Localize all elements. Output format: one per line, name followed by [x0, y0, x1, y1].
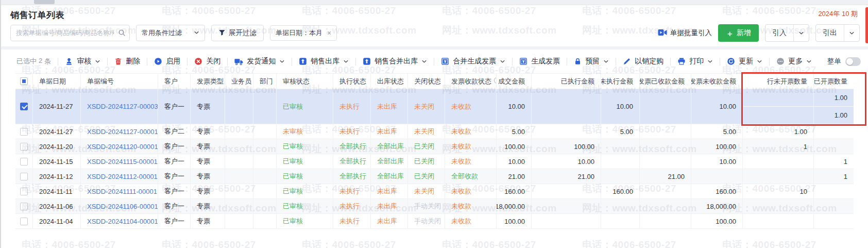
cell-salesman	[225, 89, 253, 124]
column-header-invoice_unreceived_amount: 发票未收款金额	[691, 74, 743, 89]
status-badge: 未出库	[377, 187, 397, 196]
order-doc-link[interactable]: XSDD-20241104-00001	[87, 218, 158, 225]
row-checkbox[interactable]	[20, 203, 28, 210]
table-row[interactable]: 2024-11-20XSDD-20241120-00001客户一专票已审核全部执…	[15, 139, 854, 154]
status-badge: 已审核	[283, 202, 303, 211]
order-doc-link[interactable]: XSDD-20241111-00001	[87, 188, 157, 195]
add-new-button[interactable]: ＋ 新增	[718, 24, 759, 42]
merge-generate-invoice-button[interactable]: ¥合并生成发票	[441, 57, 505, 66]
common-filter-select[interactable]: 常用条件过滤	[136, 25, 205, 41]
cell-invoice_type: 专票	[191, 214, 225, 228]
select-all-checkbox[interactable]	[20, 77, 28, 85]
cell-invoice_received_amount	[640, 124, 691, 139]
cell-deal_amount: 5.00	[497, 124, 532, 139]
enable-button[interactable]: 启用	[154, 57, 180, 66]
edge-red-strip	[865, 7, 868, 43]
update-button[interactable]: 更新	[727, 57, 762, 66]
cell-department	[253, 199, 277, 213]
row-checkbox[interactable]	[20, 103, 28, 110]
table-row[interactable]: 2024-11-27XSDD-20241127-00001客户二专票未审核未执行…	[15, 124, 854, 139]
cell-customer: 客户二	[158, 124, 191, 139]
row-checkbox[interactable]	[20, 158, 28, 166]
status-badge: 已审核	[283, 157, 303, 166]
column-header-label: 单据编号	[87, 77, 114, 86]
row-checkbox[interactable]	[20, 173, 28, 180]
remove-filter-icon[interactable]: ×	[327, 29, 331, 37]
purchase-by-sales-button[interactable]: 以销定购	[623, 57, 663, 66]
status-badge: 未收款	[451, 202, 471, 211]
watermark-phone: 电话：4006-6500-27	[22, 238, 116, 248]
more-button[interactable]: 更多	[776, 57, 812, 66]
print-button-label: 打印	[689, 57, 704, 66]
cell-line_invoiced_qty	[814, 124, 854, 139]
cell-exec_status: 未执行	[333, 199, 371, 213]
status-badge: 未收款	[451, 142, 471, 151]
export-button[interactable]: 引出	[815, 24, 860, 42]
reserve-button-label: 预留	[585, 57, 600, 66]
line-qty-value: 1.00	[814, 89, 854, 107]
watermark-phone: 电话：4006-6500-27	[442, 238, 536, 248]
delivery-notice-button[interactable]: 发货通知	[234, 57, 285, 66]
whole-order-toggle[interactable]	[845, 57, 861, 66]
order-doc-link[interactable]: XSDD-20241120-00001	[87, 143, 158, 151]
row-checkbox[interactable]	[20, 143, 28, 151]
cell-select	[15, 214, 33, 228]
close-button[interactable]: 关闭	[194, 57, 220, 66]
table-row[interactable]: 2024-11-12XSDD-20241112-00001客户一专票已审核全部执…	[15, 169, 854, 184]
cell-salesman	[225, 169, 253, 184]
chevron-down-icon	[806, 59, 812, 64]
cell-invoice_payment_status: 未收款	[445, 214, 497, 228]
chevron-down-icon[interactable]	[844, 25, 859, 41]
table-row[interactable]: 2024-11-11XSDD-20241111-00001客户一专票已审核未执行…	[15, 184, 854, 199]
cell-audit_status: 已审核	[277, 139, 333, 154]
toolbar-separator	[227, 58, 228, 65]
status-badge: 已关闭	[414, 142, 434, 151]
column-header-doc_no: 单据编号	[81, 74, 158, 89]
generate-invoice-button[interactable]: ¥生成发票	[519, 57, 560, 66]
filter-bar: 常用条件过滤 展开过滤 单据日期：本月 × 单据批量引入 ＋ 新增 引入 引出	[1, 24, 868, 42]
cell-invoice_unreceived_amount	[691, 169, 743, 184]
cell-audit_status: 已审核	[277, 184, 333, 199]
cell-audit_status: 已审核	[277, 154, 333, 169]
cell-salesman	[225, 184, 253, 199]
sales-merge-outbound-button[interactable]: 销售合并出库	[363, 57, 427, 66]
batch-import-button[interactable]: 单据批量引入	[658, 28, 712, 38]
table-row[interactable]: 2024-11-15XSDD-20241115-00001客户一专票已审核全部执…	[15, 154, 854, 169]
delete-button[interactable]: 删除	[114, 57, 140, 66]
line-qty-value	[743, 107, 813, 124]
column-header-label: 行未开票数量	[767, 77, 807, 86]
search-input[interactable]	[10, 25, 130, 41]
sales-outbound-button[interactable]: 销售出库	[299, 57, 349, 66]
toolbar-separator	[720, 58, 720, 65]
cell-exec_status: 全部执行	[333, 169, 371, 184]
row-checkbox[interactable]	[20, 218, 28, 225]
reserve-button[interactable]: 预留	[574, 57, 609, 66]
table-row[interactable]: 2024-11-27XSDD-20241127-00003客户一专票已审核未执行…	[15, 89, 854, 124]
row-checkbox[interactable]	[20, 188, 28, 195]
cell-invoice_type: 专票	[191, 139, 225, 154]
print-button[interactable]: 打印	[677, 57, 713, 66]
audit-button[interactable]: 审核	[65, 57, 100, 66]
order-doc-link[interactable]: XSDD-20241112-00001	[87, 173, 158, 180]
search-icon[interactable]	[118, 29, 126, 39]
cell-date: 2024-11-06	[33, 199, 81, 213]
select-all-header-cell	[15, 74, 33, 89]
cell-audit_status: 已审核	[277, 199, 333, 213]
order-doc-link[interactable]: XSDD-20241127-00001	[87, 128, 158, 136]
cell-deal_amount: 18,000.00	[497, 199, 532, 213]
import-button[interactable]: 引入	[765, 24, 809, 42]
status-badge: 未收款	[451, 127, 471, 136]
truck-icon	[234, 58, 243, 65]
table-row[interactable]: 2024-11-04XSDD-20241104-00001客户一专票已审核未执行…	[15, 214, 854, 229]
order-doc-link[interactable]: XSDD-20241115-00001	[87, 158, 158, 166]
chevron-down-icon[interactable]	[794, 25, 809, 41]
table-row[interactable]: 2024-11-06XSDD-20241106-00001客户一专票已审核未执行…	[15, 199, 854, 214]
filter-tag-date[interactable]: 单据日期：本月 ×	[270, 25, 337, 41]
common-filter-label: 常用条件过滤	[142, 28, 182, 38]
row-checkbox[interactable]	[20, 128, 28, 136]
cell-line_invoiced_qty	[814, 199, 854, 213]
status-badge: 全部出库	[377, 157, 404, 166]
expand-filter-button[interactable]: 展开过滤	[211, 25, 264, 41]
order-doc-link[interactable]: XSDD-20241127-00003	[87, 103, 158, 110]
order-doc-link[interactable]: XSDD-20241106-00001	[87, 203, 158, 210]
